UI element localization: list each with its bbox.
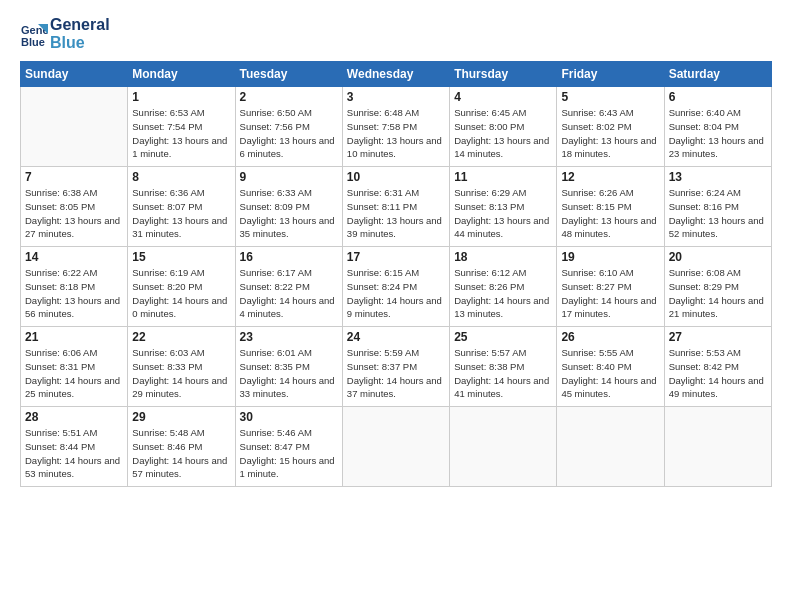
day-cell-26: 26 Sunrise: 5:55 AM Sunset: 8:40 PM Dayl… bbox=[557, 327, 664, 407]
day-info: Sunrise: 5:55 AM Sunset: 8:40 PM Dayligh… bbox=[561, 346, 659, 401]
day-cell-empty-6 bbox=[664, 407, 771, 487]
daylight: Daylight: 13 hours and 56 minutes. bbox=[25, 294, 123, 322]
week-row-1: 1 Sunrise: 6:53 AM Sunset: 7:54 PM Dayli… bbox=[21, 87, 772, 167]
sunset: Sunset: 8:13 PM bbox=[454, 200, 552, 214]
day-cell-16: 16 Sunrise: 6:17 AM Sunset: 8:22 PM Dayl… bbox=[235, 247, 342, 327]
daylight: Daylight: 13 hours and 39 minutes. bbox=[347, 214, 445, 242]
day-info: Sunrise: 5:48 AM Sunset: 8:46 PM Dayligh… bbox=[132, 426, 230, 481]
daylight: Daylight: 14 hours and 29 minutes. bbox=[132, 374, 230, 402]
day-number: 27 bbox=[669, 330, 767, 344]
day-number: 24 bbox=[347, 330, 445, 344]
day-info: Sunrise: 6:17 AM Sunset: 8:22 PM Dayligh… bbox=[240, 266, 338, 321]
daylight: Daylight: 14 hours and 41 minutes. bbox=[454, 374, 552, 402]
day-number: 20 bbox=[669, 250, 767, 264]
daylight: Daylight: 13 hours and 48 minutes. bbox=[561, 214, 659, 242]
sunset: Sunset: 8:31 PM bbox=[25, 360, 123, 374]
sunset: Sunset: 8:24 PM bbox=[347, 280, 445, 294]
daylight: Daylight: 14 hours and 45 minutes. bbox=[561, 374, 659, 402]
sunrise: Sunrise: 6:01 AM bbox=[240, 346, 338, 360]
daylight: Daylight: 13 hours and 6 minutes. bbox=[240, 134, 338, 162]
day-cell-13: 13 Sunrise: 6:24 AM Sunset: 8:16 PM Dayl… bbox=[664, 167, 771, 247]
day-number: 17 bbox=[347, 250, 445, 264]
day-number: 29 bbox=[132, 410, 230, 424]
day-cell-25: 25 Sunrise: 5:57 AM Sunset: 8:38 PM Dayl… bbox=[450, 327, 557, 407]
daylight: Daylight: 13 hours and 23 minutes. bbox=[669, 134, 767, 162]
day-number: 19 bbox=[561, 250, 659, 264]
sunset: Sunset: 8:37 PM bbox=[347, 360, 445, 374]
sunset: Sunset: 8:44 PM bbox=[25, 440, 123, 454]
header: General Blue General Blue bbox=[20, 16, 772, 51]
sunrise: Sunrise: 6:10 AM bbox=[561, 266, 659, 280]
day-cell-empty-0 bbox=[21, 87, 128, 167]
sunrise: Sunrise: 6:24 AM bbox=[669, 186, 767, 200]
sunset: Sunset: 8:38 PM bbox=[454, 360, 552, 374]
daylight: Daylight: 13 hours and 18 minutes. bbox=[561, 134, 659, 162]
day-info: Sunrise: 6:24 AM Sunset: 8:16 PM Dayligh… bbox=[669, 186, 767, 241]
header-row: SundayMondayTuesdayWednesdayThursdayFrid… bbox=[21, 62, 772, 87]
logo-icon: General Blue bbox=[20, 20, 48, 48]
week-row-2: 7 Sunrise: 6:38 AM Sunset: 8:05 PM Dayli… bbox=[21, 167, 772, 247]
sunset: Sunset: 8:33 PM bbox=[132, 360, 230, 374]
week-row-5: 28 Sunrise: 5:51 AM Sunset: 8:44 PM Dayl… bbox=[21, 407, 772, 487]
day-info: Sunrise: 6:36 AM Sunset: 8:07 PM Dayligh… bbox=[132, 186, 230, 241]
sunset: Sunset: 8:18 PM bbox=[25, 280, 123, 294]
day-cell-21: 21 Sunrise: 6:06 AM Sunset: 8:31 PM Dayl… bbox=[21, 327, 128, 407]
day-cell-28: 28 Sunrise: 5:51 AM Sunset: 8:44 PM Dayl… bbox=[21, 407, 128, 487]
day-info: Sunrise: 6:29 AM Sunset: 8:13 PM Dayligh… bbox=[454, 186, 552, 241]
daylight: Daylight: 14 hours and 17 minutes. bbox=[561, 294, 659, 322]
day-cell-6: 6 Sunrise: 6:40 AM Sunset: 8:04 PM Dayli… bbox=[664, 87, 771, 167]
sunrise: Sunrise: 6:03 AM bbox=[132, 346, 230, 360]
day-number: 8 bbox=[132, 170, 230, 184]
day-number: 9 bbox=[240, 170, 338, 184]
sunrise: Sunrise: 6:50 AM bbox=[240, 106, 338, 120]
sunrise: Sunrise: 6:08 AM bbox=[669, 266, 767, 280]
day-cell-1: 1 Sunrise: 6:53 AM Sunset: 7:54 PM Dayli… bbox=[128, 87, 235, 167]
col-header-saturday: Saturday bbox=[664, 62, 771, 87]
day-number: 18 bbox=[454, 250, 552, 264]
sunrise: Sunrise: 6:22 AM bbox=[25, 266, 123, 280]
daylight: Daylight: 13 hours and 52 minutes. bbox=[669, 214, 767, 242]
day-cell-empty-3 bbox=[342, 407, 449, 487]
logo-line2: Blue bbox=[50, 34, 110, 52]
day-cell-empty-4 bbox=[450, 407, 557, 487]
day-info: Sunrise: 6:08 AM Sunset: 8:29 PM Dayligh… bbox=[669, 266, 767, 321]
day-number: 4 bbox=[454, 90, 552, 104]
week-row-4: 21 Sunrise: 6:06 AM Sunset: 8:31 PM Dayl… bbox=[21, 327, 772, 407]
day-number: 5 bbox=[561, 90, 659, 104]
daylight: Daylight: 13 hours and 27 minutes. bbox=[25, 214, 123, 242]
day-number: 23 bbox=[240, 330, 338, 344]
day-number: 10 bbox=[347, 170, 445, 184]
col-header-sunday: Sunday bbox=[21, 62, 128, 87]
day-cell-7: 7 Sunrise: 6:38 AM Sunset: 8:05 PM Dayli… bbox=[21, 167, 128, 247]
sunset: Sunset: 8:05 PM bbox=[25, 200, 123, 214]
day-number: 14 bbox=[25, 250, 123, 264]
day-cell-4: 4 Sunrise: 6:45 AM Sunset: 8:00 PM Dayli… bbox=[450, 87, 557, 167]
day-cell-empty-5 bbox=[557, 407, 664, 487]
sunrise: Sunrise: 6:26 AM bbox=[561, 186, 659, 200]
sunset: Sunset: 8:20 PM bbox=[132, 280, 230, 294]
day-number: 6 bbox=[669, 90, 767, 104]
day-info: Sunrise: 5:59 AM Sunset: 8:37 PM Dayligh… bbox=[347, 346, 445, 401]
sunrise: Sunrise: 6:15 AM bbox=[347, 266, 445, 280]
sunset: Sunset: 8:11 PM bbox=[347, 200, 445, 214]
sunrise: Sunrise: 6:12 AM bbox=[454, 266, 552, 280]
daylight: Daylight: 14 hours and 9 minutes. bbox=[347, 294, 445, 322]
daylight: Daylight: 13 hours and 10 minutes. bbox=[347, 134, 445, 162]
day-info: Sunrise: 5:51 AM Sunset: 8:44 PM Dayligh… bbox=[25, 426, 123, 481]
day-number: 21 bbox=[25, 330, 123, 344]
day-number: 3 bbox=[347, 90, 445, 104]
day-cell-14: 14 Sunrise: 6:22 AM Sunset: 8:18 PM Dayl… bbox=[21, 247, 128, 327]
week-row-3: 14 Sunrise: 6:22 AM Sunset: 8:18 PM Dayl… bbox=[21, 247, 772, 327]
day-cell-22: 22 Sunrise: 6:03 AM Sunset: 8:33 PM Dayl… bbox=[128, 327, 235, 407]
sunrise: Sunrise: 6:33 AM bbox=[240, 186, 338, 200]
sunset: Sunset: 8:47 PM bbox=[240, 440, 338, 454]
sunrise: Sunrise: 5:46 AM bbox=[240, 426, 338, 440]
day-number: 26 bbox=[561, 330, 659, 344]
day-info: Sunrise: 6:10 AM Sunset: 8:27 PM Dayligh… bbox=[561, 266, 659, 321]
day-info: Sunrise: 6:45 AM Sunset: 8:00 PM Dayligh… bbox=[454, 106, 552, 161]
day-cell-20: 20 Sunrise: 6:08 AM Sunset: 8:29 PM Dayl… bbox=[664, 247, 771, 327]
daylight: Daylight: 14 hours and 21 minutes. bbox=[669, 294, 767, 322]
sunset: Sunset: 8:22 PM bbox=[240, 280, 338, 294]
day-cell-30: 30 Sunrise: 5:46 AM Sunset: 8:47 PM Dayl… bbox=[235, 407, 342, 487]
day-cell-19: 19 Sunrise: 6:10 AM Sunset: 8:27 PM Dayl… bbox=[557, 247, 664, 327]
